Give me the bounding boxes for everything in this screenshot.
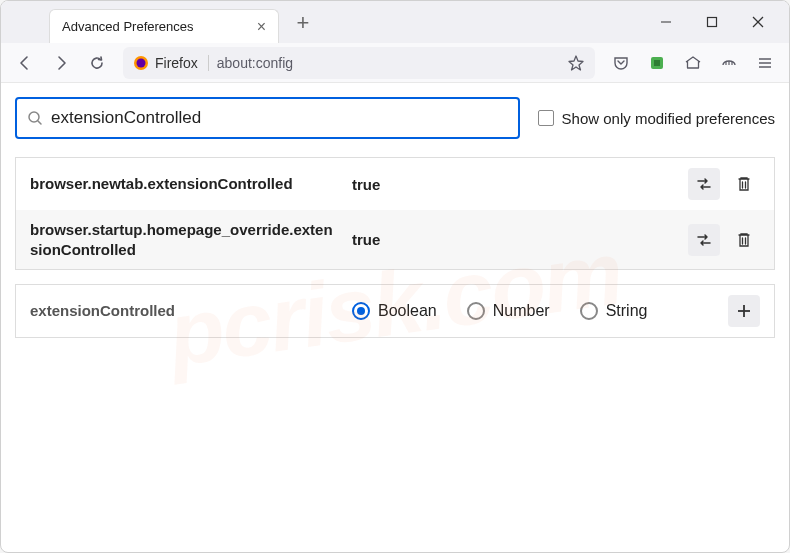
identity-label: Firefox — [155, 55, 198, 71]
tab-title: Advanced Preferences — [62, 19, 194, 34]
url-text: about:config — [217, 55, 559, 71]
back-button[interactable] — [9, 47, 41, 79]
search-icon — [27, 110, 43, 126]
new-pref-row-table: extensionControlled Boolean Number Strin… — [15, 284, 775, 338]
toggle-button[interactable] — [688, 168, 720, 200]
pocket-button[interactable] — [605, 47, 637, 79]
overflow-button[interactable] — [713, 47, 745, 79]
prefs-table: browser.newtab.extensionControlled true … — [15, 157, 775, 270]
pref-name: browser.startup.homepage_override.extens… — [30, 220, 340, 259]
minimize-button[interactable] — [643, 6, 689, 38]
checkbox-label: Show only modified preferences — [562, 110, 775, 127]
firefox-icon — [133, 55, 149, 71]
url-bar[interactable]: Firefox about:config — [123, 47, 595, 79]
type-radio-group: Boolean Number String — [352, 302, 716, 320]
radio-icon — [352, 302, 370, 320]
pref-value: true — [352, 176, 676, 193]
menu-button[interactable] — [749, 47, 781, 79]
new-tab-button[interactable]: + — [289, 9, 317, 37]
pref-row: browser.startup.homepage_override.extens… — [16, 210, 774, 269]
svg-rect-7 — [654, 60, 660, 66]
radio-number[interactable]: Number — [467, 302, 550, 320]
radio-label: Boolean — [378, 302, 437, 320]
radio-icon — [467, 302, 485, 320]
close-tab-icon[interactable]: × — [257, 19, 266, 35]
pref-row: browser.newtab.extensionControlled true — [16, 158, 774, 210]
forward-button[interactable] — [45, 47, 77, 79]
window-controls — [643, 1, 781, 43]
content-area: extensionControlled Show only modified p… — [1, 83, 789, 352]
new-pref-name: extensionControlled — [30, 301, 340, 321]
pref-value: true — [352, 231, 676, 248]
delete-button[interactable] — [728, 224, 760, 256]
radio-icon — [580, 302, 598, 320]
radio-string[interactable]: String — [580, 302, 648, 320]
browser-tab[interactable]: Advanced Preferences × — [49, 9, 279, 43]
checkbox-icon — [538, 110, 554, 126]
delete-button[interactable] — [728, 168, 760, 200]
toolbar: Firefox about:config — [1, 43, 789, 83]
svg-line-15 — [38, 121, 41, 124]
bookmark-star-icon[interactable] — [567, 54, 585, 72]
pref-name: browser.newtab.extensionControlled — [30, 174, 340, 194]
close-window-button[interactable] — [735, 6, 781, 38]
show-modified-toggle[interactable]: Show only modified preferences — [538, 110, 775, 127]
radio-label: Number — [493, 302, 550, 320]
toggle-button[interactable] — [688, 224, 720, 256]
new-pref-row: extensionControlled Boolean Number Strin… — [16, 285, 774, 337]
svg-point-5 — [137, 58, 146, 67]
radio-boolean[interactable]: Boolean — [352, 302, 437, 320]
account-button[interactable] — [677, 47, 709, 79]
radio-label: String — [606, 302, 648, 320]
tab-bar: Advanced Preferences × + — [1, 1, 789, 43]
extension-button[interactable] — [641, 47, 673, 79]
reload-button[interactable] — [81, 47, 113, 79]
site-identity[interactable]: Firefox — [133, 55, 209, 71]
search-input[interactable]: extensionControlled — [15, 97, 520, 139]
search-value: extensionControlled — [51, 108, 201, 128]
maximize-button[interactable] — [689, 6, 735, 38]
svg-rect-1 — [708, 18, 717, 27]
add-button[interactable] — [728, 295, 760, 327]
